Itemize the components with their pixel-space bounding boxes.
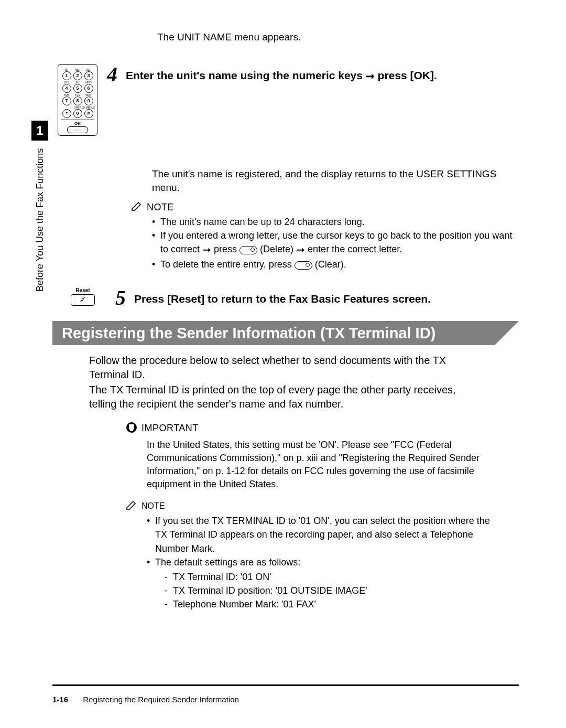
note-item: The default settings are as follows: TX … [147,555,493,611]
note-item: The unit's name can be up to 24 characte… [152,215,519,229]
pencil-icon [131,201,143,213]
chapter-number: 1 [31,121,48,141]
banner-decoration [495,321,519,345]
note-label: NOTE [147,202,174,213]
important-icon [126,422,137,435]
note-item: If you entered a wrong letter, use the c… [152,229,519,258]
keypad-illustration: @.1 ABC2 DEF3 GHI4 JKL5 MNO6 PRS7 TUV8 W… [58,64,97,136]
step-4-heading: Enter the unit's name using the numeric … [126,64,437,83]
ok-label: OK [61,120,94,126]
step-4-result: The unit's name is registered, and the d… [152,167,519,194]
section-paragraph-2: The TX Terminal ID is printed on the top… [89,383,482,411]
step-4: @.1 ABC2 DEF3 GHI4 JKL5 MNO6 PRS7 TUV8 W… [58,64,519,136]
arrow-icon: ➞ [202,242,211,258]
note-item: If you set the TX TERMINAL ID to '01 ON'… [147,514,493,555]
important-label: IMPORTANT [142,423,199,434]
arrow-icon: ➞ [296,242,305,258]
svg-rect-1 [129,424,134,430]
arrow-icon: ➞ [366,69,375,83]
svg-rect-2 [130,430,133,431]
note-item: To delete the entire entry, press (Clear… [152,258,519,271]
section-title: Registering the Sender Information (TX T… [52,321,495,345]
page-footer: 1-16 Registering the Required Sender Inf… [52,695,239,704]
reset-button-illustration: ⁄⁄ [71,294,95,306]
reset-illustration: Reset ⁄⁄ [68,287,97,306]
delete-key-icon [240,246,257,254]
note-2-header: NOTE [126,500,519,512]
ok-button-illustration: ○ ○ ○ [67,126,88,133]
sub-item: TX Terminal ID position: '01 OUTSIDE IMA… [165,584,493,597]
section-heading: Registering the Sender Information (TX T… [52,321,519,345]
page-number: 1-16 [52,695,68,704]
chapter-label: Before You Use the Fax Functions [31,145,48,292]
page: The UNIT NAME menu appears. 1 Before You… [0,0,566,728]
footer-title: Registering the Required Sender Informat… [83,695,239,704]
reset-label: Reset [68,287,97,293]
important-header: IMPORTANT [126,422,519,435]
side-tab: 1 Before You Use the Fax Functions [31,121,46,299]
step-5: Reset ⁄⁄ 5 Press [Reset] to return to th… [68,287,519,308]
note-1-list: The unit's name can be up to 24 characte… [152,215,519,271]
step-4-number: 4 [107,64,117,85]
intro-text: The UNIT NAME menu appears. [157,31,519,43]
step-5-heading: Press [Reset] to return to the Fax Basic… [134,287,431,306]
step-5-number: 5 [115,287,126,308]
pencil-icon [126,500,137,512]
note-2-list: If you set the TX TERMINAL ID to '01 ON'… [147,514,493,611]
clear-key-icon [295,261,312,270]
footer-rule [52,684,519,686]
sub-item: TX Terminal ID: '01 ON' [165,570,493,584]
section-paragraph-1: Follow the procedure below to select whe… [89,354,482,382]
note-1-header: NOTE [131,201,519,213]
note-label: NOTE [142,501,165,511]
important-body: In the United States, this setting must … [147,438,493,491]
sub-item: Telephone Number Mark: '01 FAX' [165,597,493,611]
